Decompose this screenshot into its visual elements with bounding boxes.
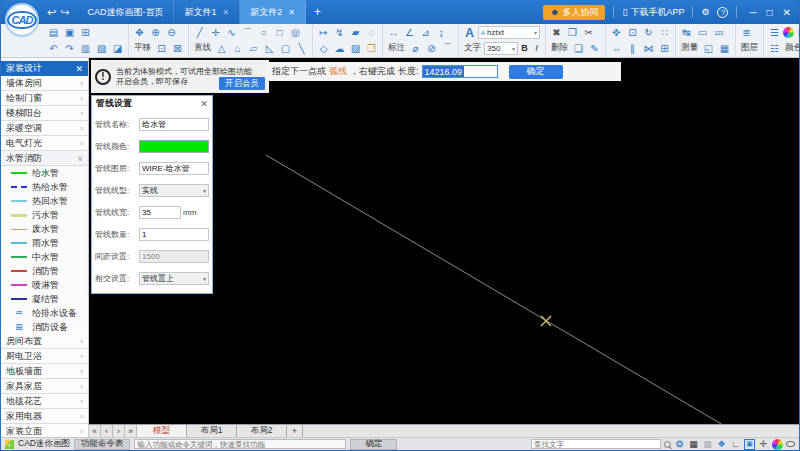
tab-close-icon[interactable]: ✕ — [288, 8, 295, 17]
field-input[interactable]: 35 — [139, 206, 181, 219]
sidebar-item-bottom-4[interactable]: 地毯花艺› — [1, 394, 88, 409]
collab-button[interactable]: ☻ 多人协同 — [543, 5, 605, 20]
scale-icon[interactable]: ⊡ — [625, 25, 640, 40]
italic-button[interactable]: I — [531, 43, 542, 53]
arc-mode-link[interactable]: 弧线 — [329, 65, 347, 78]
paste-icon[interactable]: ❏ — [571, 41, 586, 56]
help-icon[interactable]: ? — [717, 7, 728, 18]
length-input[interactable]: 14216.09 — [422, 65, 498, 78]
linetype-icon[interactable]: ☰ — [767, 25, 782, 40]
revcloud-icon[interactable]: ☁ — [332, 41, 347, 56]
colorwheel-icon[interactable] — [783, 27, 794, 38]
pipe-item[interactable]: 喷淋管 — [1, 278, 88, 292]
sidebar-item-bottom-5[interactable]: 家用电器› — [1, 409, 88, 424]
zoom-in-icon[interactable]: ⊕ — [148, 25, 163, 40]
pipe-item[interactable]: 中水管 — [1, 250, 88, 264]
triangle-icon[interactable]: △ — [214, 41, 229, 56]
sidebar-item-bottom-3[interactable]: 家具家居› — [1, 379, 88, 394]
layers-icon[interactable]: ≣ — [739, 25, 754, 40]
rect-array-icon[interactable]: ⊞ — [657, 41, 672, 56]
dim-angular-icon[interactable]: ∠ — [402, 25, 417, 40]
arc-icon[interactable]: ⌒ — [240, 25, 255, 40]
pan-icon[interactable]: ✥ — [132, 25, 147, 40]
tab-close-icon[interactable]: ✕ — [222, 8, 229, 17]
undo-icon[interactable]: ↶ — [46, 41, 61, 56]
point-icon[interactable]: ✛ — [208, 25, 223, 40]
calculator-icon[interactable]: 123 — [711, 25, 726, 40]
grid-icon[interactable]: ▦ — [688, 439, 699, 450]
print-icon[interactable]: ▥ — [78, 41, 93, 56]
color-swatch[interactable] — [139, 140, 209, 153]
sidebar-item-2[interactable]: 楼梯阳台› — [1, 106, 88, 121]
crosshair-icon[interactable]: ✛ — [758, 439, 769, 450]
layout-tab-1[interactable]: 布局1 — [187, 425, 237, 437]
ortho-icon[interactable]: ∟ — [730, 439, 741, 450]
grid-dots-icon[interactable]: ▦ — [702, 439, 713, 450]
block-icon[interactable]: ❒ — [364, 41, 379, 56]
rect-icon[interactable]: □ — [272, 25, 287, 40]
array-icon[interactable]: ∷ — [657, 25, 672, 40]
prev-page-button[interactable]: ‹ — [101, 425, 113, 437]
forward-icon[interactable]: ↪ — [60, 6, 69, 19]
font-select[interactable]: Ahztxt▾ — [478, 26, 540, 39]
sidebar-item-4[interactable]: 电气灯光› — [1, 136, 88, 151]
sidebar-item-bottom-6[interactable]: 家装立面› — [1, 424, 88, 437]
roundrect-icon[interactable]: ▢ — [278, 41, 293, 56]
offset-icon[interactable]: ∥ — [625, 41, 640, 56]
add-layout-button[interactable]: + — [287, 425, 303, 437]
measure-image-icon[interactable]: ◱ — [701, 41, 716, 56]
dim-arc-icon[interactable]: ⌒ — [440, 41, 455, 56]
pipe-item[interactable]: 消防管 — [1, 264, 88, 278]
maximize-button[interactable]: □ — [767, 7, 773, 18]
polygon-icon[interactable]: ◇ — [316, 41, 331, 56]
linetype-scale-icon[interactable]: ☷ — [767, 41, 782, 56]
donut-icon[interactable]: ◌ — [364, 25, 379, 40]
pipe-item[interactable]: 热给水管 — [1, 180, 88, 194]
save-as-icon[interactable]: ⊞ — [78, 25, 93, 40]
zoom-window-icon[interactable]: ⊡ — [154, 41, 169, 56]
dim-diameter-icon[interactable]: ⊘ — [424, 41, 439, 56]
ellipse-icon[interactable]: ◎ — [288, 25, 303, 40]
object-snap-icon[interactable]: ❖ — [716, 439, 727, 450]
last-page-button[interactable]: » — [125, 425, 137, 437]
confirm-button[interactable]: 确定 — [509, 65, 563, 79]
format-brush-icon[interactable]: ✎ — [587, 41, 602, 56]
trapezoid-icon[interactable]: ◺ — [262, 41, 277, 56]
dim-linear-icon[interactable]: ↔ — [386, 25, 401, 40]
match-props-icon[interactable]: ◧ — [795, 25, 799, 40]
doc-tab-1[interactable]: 新文件1✕ — [174, 0, 240, 24]
minimize-button[interactable]: ─ — [749, 7, 756, 18]
zoom-extents-icon[interactable]: ⊠ — [170, 41, 185, 56]
status-ok-button[interactable]: 确定 — [350, 439, 397, 450]
field-select[interactable]: 管线置上▾ — [139, 272, 209, 285]
dim-radius-icon[interactable]: ⌀ — [408, 41, 423, 56]
open-member-button[interactable]: 开启会员 — [219, 77, 265, 90]
leader-icon[interactable]: ↯ — [332, 25, 347, 40]
sidebar-item-bottom-1[interactable]: 厨电卫浴› — [1, 349, 88, 364]
move-icon[interactable]: ✜ — [609, 25, 624, 40]
layout-tab-0[interactable]: 模型 — [137, 425, 187, 437]
field-select[interactable]: 实线▾ — [139, 184, 209, 197]
pipe-item[interactable]: 凝结管 — [1, 292, 88, 306]
circle-icon[interactable]: ○ — [256, 25, 271, 40]
hatch-icon[interactable]: ▨ — [348, 41, 363, 56]
pipe-item[interactable]: 给水管 — [1, 166, 88, 180]
font-size-select[interactable]: 350▾ — [484, 42, 518, 55]
next-page-button[interactable]: › — [113, 425, 125, 437]
snap-icon[interactable]: ❂ — [674, 439, 685, 450]
image-export-icon[interactable]: ▨ — [94, 41, 109, 56]
dynamic-input-icon[interactable]: ▣ — [744, 439, 755, 450]
app-logo-icon[interactable]: CAD — [5, 3, 39, 37]
command-table-button[interactable]: 功能命令表 — [74, 439, 131, 450]
pentagon-icon[interactable]: ⌂ — [230, 41, 245, 56]
command-search-input[interactable] — [134, 439, 346, 449]
find-text-input[interactable] — [531, 439, 661, 449]
cut-icon[interactable]: ✂ — [581, 25, 596, 40]
dim-baseline-icon[interactable]: ↨ — [434, 25, 449, 40]
pipe-item[interactable]: 污水管 — [1, 208, 88, 222]
device-item[interactable]: ♒给排水设备 — [1, 306, 88, 320]
settings-gear-icon[interactable]: ⚙ — [701, 7, 709, 17]
sidebar-item-expanded[interactable]: 水管消防 ∨ — [1, 151, 88, 166]
diagonal-line-icon[interactable]: ╲ — [294, 41, 309, 56]
axis-icon[interactable]: ↦ — [316, 25, 331, 40]
